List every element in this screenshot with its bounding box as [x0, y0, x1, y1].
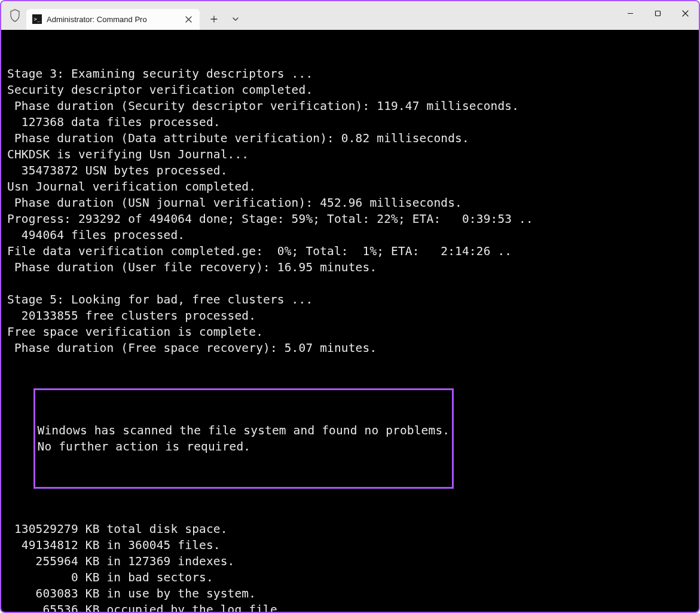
terminal-line: Stage 5: Looking for bad, free clusters …: [7, 292, 693, 308]
terminal-line: Security descriptor verification complet…: [7, 82, 693, 98]
terminal-line: CHKDSK is verifying Usn Journal...: [7, 146, 693, 163]
svg-rect-0: [655, 11, 660, 16]
terminal-line: Usn Journal verification completed.: [7, 179, 693, 195]
terminal-line: 603083 KB in use by the system.: [7, 586, 693, 602]
tab-active[interactable]: >_ Administrator: Command Pro: [26, 9, 200, 30]
terminal-line: Phase duration (Data attribute verificat…: [7, 130, 693, 146]
terminal-line: Phase duration (Free space recovery): 5.…: [7, 340, 693, 356]
tab-close-button[interactable]: [183, 14, 194, 24]
terminal-line: [7, 356, 693, 372]
terminal-line: 255964 KB in 127369 indexes.: [7, 553, 693, 569]
terminal-line: File data verification completed.ge: 0%;…: [7, 243, 693, 259]
titlebar: >_ Administrator: Command Pro: [1, 1, 699, 30]
new-tab-button[interactable]: [204, 10, 224, 29]
minimize-button[interactable]: [616, 1, 644, 25]
terminal-line: 65536 KB occupied by the log file.: [7, 602, 693, 612]
terminal-window: >_ Administrator: Command Pro: [0, 0, 700, 613]
terminal-line: Free space verification is complete.: [7, 324, 693, 340]
terminal-line: 127368 data files processed.: [7, 114, 693, 130]
terminal-line: Phase duration (Security descriptor veri…: [7, 98, 693, 114]
terminal-line: 20133855 free clusters processed.: [7, 308, 693, 324]
terminal-icon: >_: [32, 14, 42, 24]
shield-icon: [10, 9, 20, 22]
terminal-line: 494064 files processed.: [7, 227, 693, 243]
terminal-line: Phase duration (USN journal verification…: [7, 195, 693, 211]
terminal-line: 0 KB in bad sectors.: [7, 569, 693, 586]
window-controls: [616, 1, 699, 25]
result-highlight: Windows has scanned the file system and …: [33, 388, 454, 489]
terminal-line: Progress: 293292 of 494064 done; Stage: …: [7, 211, 693, 227]
tab-title: Administrator: Command Pro: [47, 15, 178, 24]
terminal-line: 35473872 USN bytes processed.: [7, 163, 693, 179]
terminal-line: Phase duration (User file recovery): 16.…: [7, 259, 693, 275]
terminal-line: Stage 3: Examining security descriptors …: [7, 66, 693, 82]
terminal-line: [7, 275, 693, 292]
terminal-result-line: No further action is required.: [35, 439, 450, 455]
maximize-button[interactable]: [644, 1, 671, 25]
terminal-line: [7, 505, 693, 521]
terminal-line: 49134812 KB in 360045 files.: [7, 537, 693, 553]
terminal-result-line: Windows has scanned the file system and …: [35, 422, 450, 439]
tabbar-actions: [204, 10, 245, 29]
close-button[interactable]: [671, 1, 699, 25]
terminal-line: 130529279 KB total disk space.: [7, 521, 693, 537]
terminal-content[interactable]: Stage 3: Examining security descriptors …: [1, 30, 699, 612]
tab-dropdown-button[interactable]: [226, 10, 245, 29]
